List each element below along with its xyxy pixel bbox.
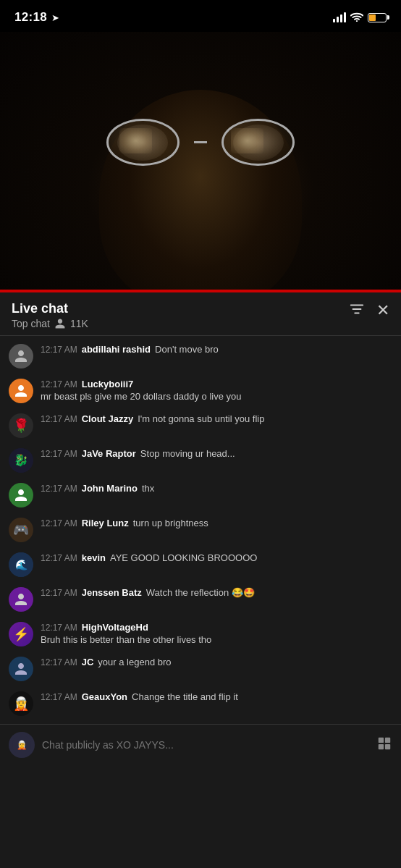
message-text: AYE GOOD LOOKING BROOOOO — [110, 552, 257, 563]
list-item: 🧝 12:17 AM GeauxYon Change the title and… — [0, 686, 401, 721]
message-username: Clout Jazzy — [82, 413, 134, 424]
person-icon — [54, 318, 66, 329]
message-username: Luckyboiii7 — [82, 379, 134, 389]
message-text: turn up brightness — [133, 518, 208, 528]
svg-text:🧝: 🧝 — [17, 740, 28, 750]
message-time: 12:17 AM — [41, 692, 77, 702]
list-item: 12:17 AM JC your a legend bro — [0, 652, 401, 686]
message-time: 12:17 AM — [41, 657, 77, 667]
svg-text:🌊: 🌊 — [15, 559, 28, 571]
battery-icon — [368, 13, 387, 22]
list-item: ⚡ 12:17 AM HighVoltageHd Bruh this is be… — [0, 617, 401, 652]
chat-input[interactable] — [42, 739, 369, 751]
status-bar: 12:18 ➤ — [0, 0, 401, 32]
message-time: 12:17 AM — [41, 518, 77, 528]
message-username: John Marino — [82, 483, 138, 494]
chat-panel: Live chat Top chat 11K ✕ — [0, 292, 401, 868]
message-username: GeauxYon — [82, 691, 127, 702]
viewer-count: 11K — [70, 318, 88, 329]
message-text: your a legend bro — [98, 657, 171, 667]
avatar — [9, 483, 33, 507]
list-item: 🌹 12:17 AM Clout Jazzy I'm not gonna sub… — [0, 408, 401, 443]
message-time: 12:17 AM — [41, 414, 77, 424]
list-item: 12:17 AM abdillahi rashid Don't move bro — [0, 339, 401, 374]
message-text: Bruh this is better than the other lives… — [41, 633, 392, 646]
top-chat-label: Top chat — [12, 318, 50, 329]
avatar: 🧝 — [9, 691, 33, 716]
message-username: JaVe Raptor — [82, 448, 136, 459]
avatar: 🐉 — [9, 448, 33, 473]
list-item: 12:17 AM John Marino thx — [0, 478, 401, 513]
svg-rect-9 — [379, 744, 384, 749]
message-time: 12:17 AM — [41, 588, 77, 598]
svg-point-0 — [356, 20, 358, 21]
message-username: kevin — [82, 552, 106, 563]
message-username: JC — [82, 657, 94, 667]
message-time: 12:17 AM — [41, 553, 77, 563]
list-item: 12:17 AM Jenssen Batz Watch the reflecti… — [0, 582, 401, 617]
video-content — [0, 32, 401, 292]
message-text: Watch the reflection 😂🤩 — [146, 587, 255, 598]
message-username: Riley Lunz — [82, 518, 129, 528]
svg-rect-7 — [379, 738, 384, 743]
message-text: I'm not gonna sub until you flip — [138, 413, 264, 424]
list-item: 🌊 12:17 AM kevin AYE GOOD LOOKING BROOOO… — [0, 547, 401, 582]
message-text: Change the title and flip it — [132, 691, 238, 702]
status-time: 12:18 — [14, 10, 47, 25]
message-text: thx — [142, 483, 154, 494]
avatar: 🌊 — [9, 552, 33, 577]
video-area[interactable] — [0, 32, 401, 292]
svg-rect-10 — [385, 744, 390, 749]
signal-bars-icon — [333, 12, 346, 22]
message-text: Stop moving ur head... — [140, 448, 235, 459]
message-username: Jenssen Batz — [82, 587, 142, 598]
avatar: 🎮 — [9, 518, 33, 542]
message-time: 12:17 AM — [41, 484, 77, 494]
live-chat-title: Live chat — [12, 301, 88, 316]
avatar — [9, 379, 33, 403]
wifi-icon — [350, 12, 363, 24]
video-progress-bar — [0, 290, 401, 292]
message-username: HighVoltageHd — [82, 622, 148, 633]
glasses-element — [99, 119, 302, 177]
svg-text:🐉: 🐉 — [14, 453, 28, 467]
message-text: Don't move bro — [155, 344, 219, 355]
navigation-icon: ➤ — [51, 12, 59, 23]
avatar — [9, 344, 33, 368]
avatar: ⚡ — [9, 622, 33, 646]
list-item: 12:17 AM Luckyboiii7 mr beast pls give m… — [0, 374, 401, 408]
message-time: 12:17 AM — [41, 449, 77, 459]
avatar — [9, 657, 33, 681]
message-time: 12:17 AM — [41, 345, 77, 355]
message-time: 12:17 AM — [41, 379, 77, 389]
avatar — [9, 587, 33, 612]
input-avatar: 🧝 — [9, 732, 35, 758]
filter-icon[interactable] — [349, 301, 365, 320]
status-icons — [333, 12, 387, 24]
message-text: mr beast pls give me 20 dollars daddy o … — [41, 390, 392, 403]
chat-input-area[interactable]: 🧝 — [0, 724, 401, 765]
list-item: 🐉 12:17 AM JaVe Raptor Stop moving ur he… — [0, 443, 401, 478]
svg-rect-8 — [385, 738, 390, 743]
close-icon[interactable]: ✕ — [376, 303, 389, 319]
chat-header: Live chat Top chat 11K ✕ — [0, 292, 401, 336]
list-item: 🎮 12:17 AM Riley Lunz turn up brightness — [0, 513, 401, 547]
chat-messages-list: 12:17 AM abdillahi rashid Don't move bro… — [0, 336, 401, 724]
message-time: 12:17 AM — [41, 623, 77, 633]
send-icon[interactable] — [376, 736, 392, 755]
avatar: 🌹 — [9, 413, 33, 438]
message-username: abdillahi rashid — [82, 344, 151, 355]
